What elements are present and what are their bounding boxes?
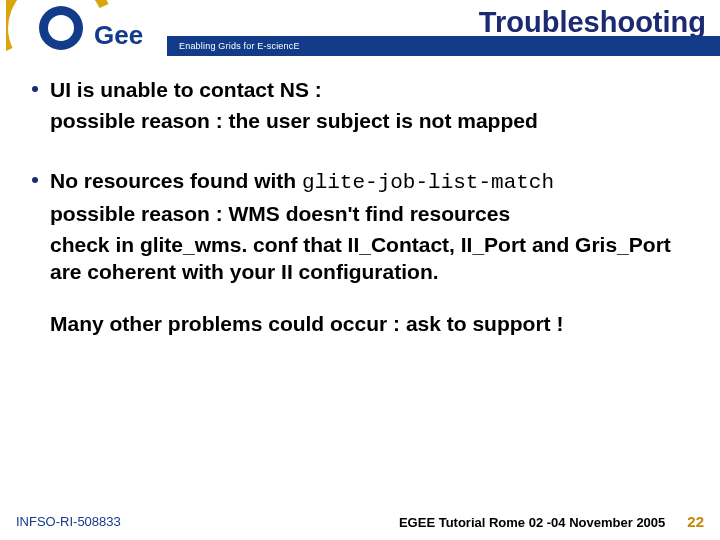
footer-mid: EGEE Tutorial Rome 02 -04 November 2005 — [399, 515, 665, 530]
bullet-1-line1: UI is unable to contact NS : — [50, 76, 322, 103]
bullet-2-code: glite-job-list-match — [302, 171, 554, 194]
bullet-2-prefix: No resources found with — [50, 169, 302, 192]
bullet-icon — [32, 86, 38, 92]
footer-left: INFSO-RI-508833 — [16, 514, 121, 529]
header-bar: Enabling Grids for E-sciencE — [167, 36, 720, 56]
bullet-2-line1: No resources found with glite-job-list-m… — [50, 167, 554, 196]
svg-point-1 — [48, 15, 74, 41]
slide-content: UI is unable to contact NS : possible re… — [18, 76, 698, 337]
bullet-2-line3: check in glite_wms. conf that II_Contact… — [50, 231, 698, 286]
footer-right: EGEE Tutorial Rome 02 -04 November 2005 … — [399, 513, 704, 530]
bullet-2-line2: possible reason : WMS doesn't find resou… — [50, 200, 698, 227]
svg-text:Gee: Gee — [94, 20, 143, 50]
bullet-icon — [32, 177, 38, 183]
bullet-1: UI is unable to contact NS : — [18, 76, 698, 103]
footer: INFSO-RI-508833 EGEE Tutorial Rome 02 -0… — [0, 513, 720, 530]
slide-number: 22 — [687, 513, 704, 530]
slide: Gee Troubleshooting Enabling Grids for E… — [0, 0, 720, 540]
tagline: Enabling Grids for E-sciencE — [179, 41, 300, 51]
bullet-2: No resources found with glite-job-list-m… — [18, 167, 698, 196]
slide-title: Troubleshooting — [479, 6, 706, 39]
bullet-1-line2: possible reason : the user subject is no… — [50, 107, 698, 134]
egee-logo: Gee — [6, 0, 171, 60]
closing-text: Many other problems could occur : ask to… — [50, 310, 698, 337]
